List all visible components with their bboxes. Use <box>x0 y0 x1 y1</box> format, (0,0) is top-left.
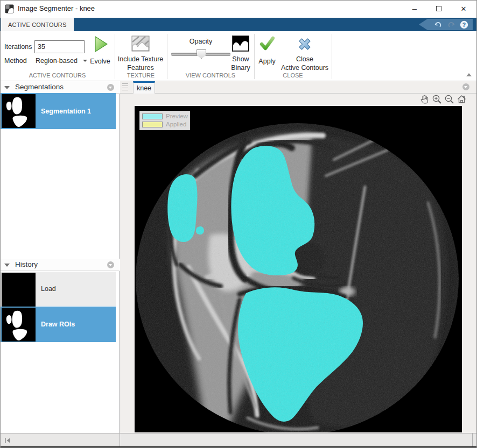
pan-hand-icon[interactable] <box>419 94 430 104</box>
history-panel-header[interactable]: History <box>0 259 120 271</box>
panel-menu-icon[interactable] <box>107 84 114 91</box>
applied-legend-label: Applied <box>166 121 186 127</box>
segmentation-thumbnail <box>2 94 36 128</box>
load-thumbnail <box>2 273 36 307</box>
toolbar-divider <box>332 34 332 79</box>
iterations-label: Iterations <box>4 43 32 51</box>
opacity-slider[interactable] <box>171 53 230 56</box>
minimize-icon: – <box>412 6 417 11</box>
apply-check-icon <box>259 36 275 51</box>
close-x-icon <box>297 36 313 52</box>
segmentations-panel-header[interactable]: Segmentations <box>0 81 120 94</box>
history-item-label: Draw ROIs <box>41 321 75 328</box>
apply-button[interactable]: Apply <box>255 33 279 74</box>
collapse-ribbon-icon[interactable] <box>466 73 472 76</box>
method-dropdown[interactable]: Region-based <box>36 56 87 66</box>
history-item-load[interactable]: Load <box>0 272 116 306</box>
ribbon-toolbar: Iterations Method Region-based Evolve AC… <box>0 31 477 81</box>
statusbar-divider <box>472 433 473 447</box>
title-bar: Image Segmenter - knee – ✕ <box>0 0 477 18</box>
chevron-down-icon <box>83 60 87 62</box>
section-active-contours: ACTIVE CONTOURS <box>0 72 115 80</box>
left-panel: Segmentations Segmentation 1 History Loa… <box>0 81 120 433</box>
section-texture: TEXTURE <box>115 72 167 80</box>
opacity-slider-thumb[interactable] <box>197 49 206 59</box>
section-close: CLOSE <box>254 72 332 80</box>
overlay-legend: Preview Applied <box>139 111 190 130</box>
tab-grip-handle[interactable] <box>122 83 128 91</box>
history-item-draw-rois[interactable]: Draw ROIs <box>0 307 116 342</box>
status-bar <box>0 433 477 446</box>
image-canvas[interactable]: Preview Applied <box>135 106 462 432</box>
undo-icon[interactable] <box>434 20 443 29</box>
preview-color-swatch <box>142 113 163 119</box>
close-label-line2: Active Contours <box>278 63 331 72</box>
opacity-label: Opacity <box>171 38 230 45</box>
binary-image-icon <box>232 35 249 52</box>
maximize-button[interactable] <box>427 0 450 17</box>
tab-knee[interactable]: knee <box>133 81 155 94</box>
collapse-panel-left-icon[interactable] <box>4 437 11 444</box>
show-binary-button[interactable]: Show Binary <box>228 33 253 74</box>
section-view-controls: VIEW CONTROLS <box>167 72 254 80</box>
app-icon <box>5 4 14 13</box>
zoom-in-icon[interactable] <box>432 94 442 104</box>
ribbon-tab-bar: ACTIVE CONTOURS ? <box>0 18 477 31</box>
method-value: Region-based <box>36 57 78 65</box>
texture-icon <box>131 35 150 52</box>
collapse-triangle-icon[interactable] <box>4 264 10 267</box>
display-area: knee Preview <box>120 81 477 433</box>
texture-label-line1: Include Texture <box>114 55 167 63</box>
quick-access-toolbar: ? <box>419 19 473 30</box>
segmentation-list-item[interactable]: Segmentation 1 <box>0 93 116 129</box>
image-nav-toolbar <box>419 94 467 104</box>
close-button[interactable]: ✕ <box>452 0 475 17</box>
collapse-triangle-icon[interactable] <box>4 86 10 89</box>
tab-active-contours[interactable]: ACTIVE CONTOURS <box>1 18 74 31</box>
include-texture-features-button[interactable]: Include Texture Features <box>114 33 167 74</box>
segmentations-title: Segmentations <box>15 83 64 91</box>
history-item-label: Load <box>41 285 56 293</box>
show-binary-label-line2: Binary <box>228 63 253 72</box>
help-glyph: ? <box>462 21 466 27</box>
history-title: History <box>15 260 38 268</box>
close-icon: ✕ <box>461 5 467 13</box>
document-tab-bar: knee <box>120 81 477 94</box>
close-active-contours-button[interactable]: Close Active Contours <box>278 33 331 74</box>
window-title: Image Segmenter - knee <box>18 4 95 12</box>
evolve-button[interactable]: Evolve <box>89 33 111 72</box>
segmentation-item-label: Segmentation 1 <box>41 108 91 115</box>
show-binary-label-line1: Show <box>228 55 253 63</box>
applied-color-swatch <box>142 122 163 127</box>
maximize-icon <box>436 6 441 11</box>
apply-label: Apply <box>253 57 281 66</box>
draw-rois-thumbnail <box>2 308 36 342</box>
zoom-out-icon[interactable] <box>444 94 454 104</box>
method-label: Method <box>4 57 27 65</box>
iterations-input[interactable] <box>34 40 85 53</box>
help-icon[interactable]: ? <box>460 20 468 29</box>
panel-menu-icon[interactable] <box>107 261 114 268</box>
panel-menu-icon[interactable] <box>462 83 469 90</box>
minimize-button[interactable]: – <box>403 0 426 17</box>
knee-tab-label: knee <box>137 84 151 92</box>
close-label-line1: Close <box>278 55 331 63</box>
redo-icon[interactable] <box>447 20 455 29</box>
evolve-play-icon <box>90 34 110 54</box>
statusbar-divider <box>120 433 120 447</box>
preview-legend-label: Preview <box>166 113 188 119</box>
home-fit-view-icon[interactable] <box>457 94 467 104</box>
knee-mri-image <box>135 106 462 432</box>
texture-label-line2: Features <box>114 63 167 72</box>
evolve-label: Evolve <box>87 57 113 66</box>
